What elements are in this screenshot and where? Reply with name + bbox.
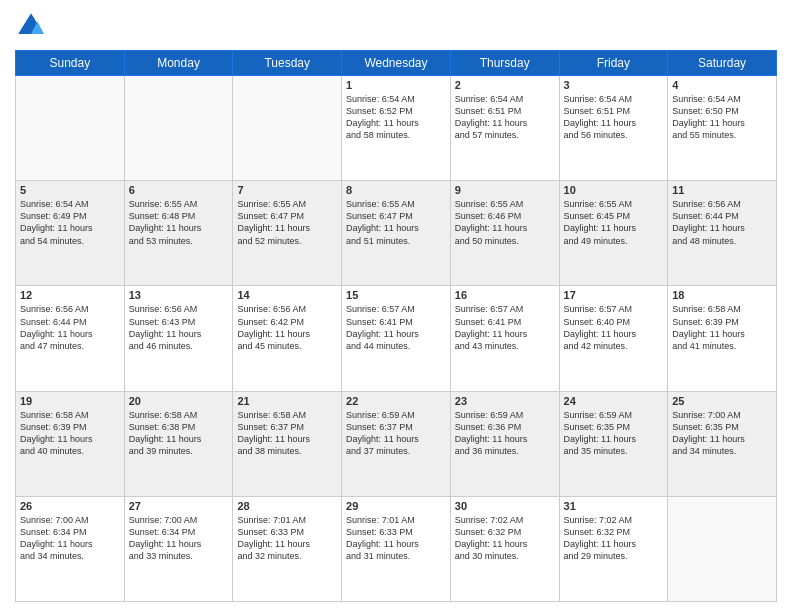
cell-info: Sunrise: 6:58 AM Sunset: 6:39 PM Dayligh… (20, 409, 120, 458)
calendar-cell: 29Sunrise: 7:01 AM Sunset: 6:33 PM Dayli… (342, 496, 451, 601)
calendar-cell (124, 76, 233, 181)
cell-info: Sunrise: 7:02 AM Sunset: 6:32 PM Dayligh… (455, 514, 555, 563)
cell-info: Sunrise: 6:57 AM Sunset: 6:41 PM Dayligh… (455, 303, 555, 352)
calendar-cell: 21Sunrise: 6:58 AM Sunset: 6:37 PM Dayli… (233, 391, 342, 496)
calendar-cell (16, 76, 125, 181)
calendar-cell: 24Sunrise: 6:59 AM Sunset: 6:35 PM Dayli… (559, 391, 668, 496)
day-number: 22 (346, 395, 446, 407)
calendar-cell: 27Sunrise: 7:00 AM Sunset: 6:34 PM Dayli… (124, 496, 233, 601)
calendar-cell: 5Sunrise: 6:54 AM Sunset: 6:49 PM Daylig… (16, 181, 125, 286)
day-number: 28 (237, 500, 337, 512)
cell-info: Sunrise: 6:58 AM Sunset: 6:37 PM Dayligh… (237, 409, 337, 458)
cell-info: Sunrise: 6:54 AM Sunset: 6:52 PM Dayligh… (346, 93, 446, 142)
day-number: 3 (564, 79, 664, 91)
calendar-cell (233, 76, 342, 181)
calendar: SundayMondayTuesdayWednesdayThursdayFrid… (15, 50, 777, 602)
cell-info: Sunrise: 6:59 AM Sunset: 6:37 PM Dayligh… (346, 409, 446, 458)
day-number: 26 (20, 500, 120, 512)
day-number: 13 (129, 289, 229, 301)
weekday-sunday: Sunday (16, 51, 125, 76)
calendar-cell: 20Sunrise: 6:58 AM Sunset: 6:38 PM Dayli… (124, 391, 233, 496)
cell-info: Sunrise: 7:00 AM Sunset: 6:34 PM Dayligh… (129, 514, 229, 563)
page: SundayMondayTuesdayWednesdayThursdayFrid… (0, 0, 792, 612)
cell-info: Sunrise: 6:55 AM Sunset: 6:46 PM Dayligh… (455, 198, 555, 247)
cell-info: Sunrise: 6:54 AM Sunset: 6:51 PM Dayligh… (455, 93, 555, 142)
day-number: 29 (346, 500, 446, 512)
calendar-cell: 1Sunrise: 6:54 AM Sunset: 6:52 PM Daylig… (342, 76, 451, 181)
calendar-cell: 22Sunrise: 6:59 AM Sunset: 6:37 PM Dayli… (342, 391, 451, 496)
calendar-cell: 23Sunrise: 6:59 AM Sunset: 6:36 PM Dayli… (450, 391, 559, 496)
weekday-friday: Friday (559, 51, 668, 76)
day-number: 11 (672, 184, 772, 196)
cell-info: Sunrise: 6:58 AM Sunset: 6:39 PM Dayligh… (672, 303, 772, 352)
day-number: 12 (20, 289, 120, 301)
calendar-cell: 16Sunrise: 6:57 AM Sunset: 6:41 PM Dayli… (450, 286, 559, 391)
cell-info: Sunrise: 6:55 AM Sunset: 6:48 PM Dayligh… (129, 198, 229, 247)
day-number: 1 (346, 79, 446, 91)
cell-info: Sunrise: 6:59 AM Sunset: 6:35 PM Dayligh… (564, 409, 664, 458)
weekday-header-row: SundayMondayTuesdayWednesdayThursdayFrid… (16, 51, 777, 76)
header (15, 10, 777, 42)
cell-info: Sunrise: 6:58 AM Sunset: 6:38 PM Dayligh… (129, 409, 229, 458)
day-number: 5 (20, 184, 120, 196)
day-number: 19 (20, 395, 120, 407)
calendar-cell: 18Sunrise: 6:58 AM Sunset: 6:39 PM Dayli… (668, 286, 777, 391)
calendar-cell: 31Sunrise: 7:02 AM Sunset: 6:32 PM Dayli… (559, 496, 668, 601)
calendar-cell: 2Sunrise: 6:54 AM Sunset: 6:51 PM Daylig… (450, 76, 559, 181)
day-number: 18 (672, 289, 772, 301)
calendar-cell: 12Sunrise: 6:56 AM Sunset: 6:44 PM Dayli… (16, 286, 125, 391)
day-number: 30 (455, 500, 555, 512)
calendar-week-1: 5Sunrise: 6:54 AM Sunset: 6:49 PM Daylig… (16, 181, 777, 286)
weekday-wednesday: Wednesday (342, 51, 451, 76)
calendar-cell: 26Sunrise: 7:00 AM Sunset: 6:34 PM Dayli… (16, 496, 125, 601)
calendar-week-3: 19Sunrise: 6:58 AM Sunset: 6:39 PM Dayli… (16, 391, 777, 496)
cell-info: Sunrise: 7:00 AM Sunset: 6:35 PM Dayligh… (672, 409, 772, 458)
cell-info: Sunrise: 6:57 AM Sunset: 6:41 PM Dayligh… (346, 303, 446, 352)
calendar-cell: 13Sunrise: 6:56 AM Sunset: 6:43 PM Dayli… (124, 286, 233, 391)
day-number: 16 (455, 289, 555, 301)
cell-info: Sunrise: 7:00 AM Sunset: 6:34 PM Dayligh… (20, 514, 120, 563)
cell-info: Sunrise: 6:56 AM Sunset: 6:43 PM Dayligh… (129, 303, 229, 352)
cell-info: Sunrise: 7:02 AM Sunset: 6:32 PM Dayligh… (564, 514, 664, 563)
day-number: 23 (455, 395, 555, 407)
calendar-week-0: 1Sunrise: 6:54 AM Sunset: 6:52 PM Daylig… (16, 76, 777, 181)
day-number: 24 (564, 395, 664, 407)
calendar-cell: 3Sunrise: 6:54 AM Sunset: 6:51 PM Daylig… (559, 76, 668, 181)
day-number: 31 (564, 500, 664, 512)
weekday-tuesday: Tuesday (233, 51, 342, 76)
logo-icon (15, 10, 47, 42)
calendar-cell: 7Sunrise: 6:55 AM Sunset: 6:47 PM Daylig… (233, 181, 342, 286)
calendar-cell: 28Sunrise: 7:01 AM Sunset: 6:33 PM Dayli… (233, 496, 342, 601)
day-number: 9 (455, 184, 555, 196)
calendar-cell: 8Sunrise: 6:55 AM Sunset: 6:47 PM Daylig… (342, 181, 451, 286)
calendar-cell: 25Sunrise: 7:00 AM Sunset: 6:35 PM Dayli… (668, 391, 777, 496)
calendar-cell: 11Sunrise: 6:56 AM Sunset: 6:44 PM Dayli… (668, 181, 777, 286)
calendar-cell: 30Sunrise: 7:02 AM Sunset: 6:32 PM Dayli… (450, 496, 559, 601)
calendar-week-4: 26Sunrise: 7:00 AM Sunset: 6:34 PM Dayli… (16, 496, 777, 601)
cell-info: Sunrise: 6:56 AM Sunset: 6:44 PM Dayligh… (672, 198, 772, 247)
cell-info: Sunrise: 6:55 AM Sunset: 6:45 PM Dayligh… (564, 198, 664, 247)
cell-info: Sunrise: 6:54 AM Sunset: 6:51 PM Dayligh… (564, 93, 664, 142)
calendar-cell: 15Sunrise: 6:57 AM Sunset: 6:41 PM Dayli… (342, 286, 451, 391)
day-number: 15 (346, 289, 446, 301)
calendar-cell: 10Sunrise: 6:55 AM Sunset: 6:45 PM Dayli… (559, 181, 668, 286)
calendar-cell: 17Sunrise: 6:57 AM Sunset: 6:40 PM Dayli… (559, 286, 668, 391)
weekday-thursday: Thursday (450, 51, 559, 76)
cell-info: Sunrise: 6:54 AM Sunset: 6:50 PM Dayligh… (672, 93, 772, 142)
calendar-cell (668, 496, 777, 601)
calendar-cell: 14Sunrise: 6:56 AM Sunset: 6:42 PM Dayli… (233, 286, 342, 391)
calendar-cell: 6Sunrise: 6:55 AM Sunset: 6:48 PM Daylig… (124, 181, 233, 286)
cell-info: Sunrise: 6:57 AM Sunset: 6:40 PM Dayligh… (564, 303, 664, 352)
cell-info: Sunrise: 6:56 AM Sunset: 6:44 PM Dayligh… (20, 303, 120, 352)
day-number: 6 (129, 184, 229, 196)
cell-info: Sunrise: 6:56 AM Sunset: 6:42 PM Dayligh… (237, 303, 337, 352)
weekday-monday: Monday (124, 51, 233, 76)
day-number: 10 (564, 184, 664, 196)
day-number: 20 (129, 395, 229, 407)
cell-info: Sunrise: 7:01 AM Sunset: 6:33 PM Dayligh… (237, 514, 337, 563)
day-number: 4 (672, 79, 772, 91)
day-number: 27 (129, 500, 229, 512)
day-number: 25 (672, 395, 772, 407)
day-number: 14 (237, 289, 337, 301)
cell-info: Sunrise: 6:59 AM Sunset: 6:36 PM Dayligh… (455, 409, 555, 458)
